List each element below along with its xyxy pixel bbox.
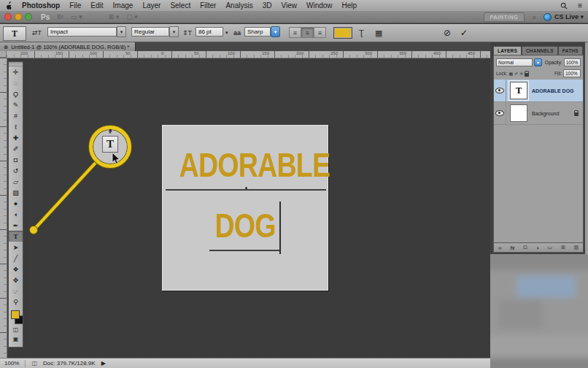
brush-tool[interactable]: ✐: [9, 143, 23, 154]
font-style-field[interactable]: Regular: [131, 27, 169, 37]
layer-thumbnail[interactable]: [510, 104, 527, 122]
layer-name[interactable]: Background: [532, 111, 559, 116]
font-family-field[interactable]: Impact: [47, 27, 117, 37]
crop-tool[interactable]: #: [9, 110, 23, 121]
path-selection-tool[interactable]: ➤: [9, 242, 23, 253]
bridge-icon[interactable]: Br: [57, 13, 63, 20]
menu-3d[interactable]: 3D: [263, 1, 272, 9]
layer-thumbnail[interactable]: T: [510, 82, 527, 99]
apple-icon[interactable]: [6, 1, 12, 9]
zoom-level-field[interactable]: 100%: [4, 360, 19, 367]
blur-tool[interactable]: ●: [9, 198, 23, 209]
adjustment-layer-icon[interactable]: ◑: [536, 245, 539, 250]
menu-filter[interactable]: Filter: [200, 1, 216, 9]
3d-rotate-tool[interactable]: ❖: [9, 264, 23, 275]
menu-file[interactable]: File: [69, 1, 81, 9]
font-family-dropdown-icon[interactable]: ▾: [117, 26, 126, 37]
history-brush-tool[interactable]: ↺: [9, 165, 23, 176]
cancel-edits-button[interactable]: ⊘: [444, 28, 451, 38]
menu-layer[interactable]: Layer: [142, 1, 160, 9]
zoom-window-button[interactable]: [25, 13, 32, 20]
screen-mode-icon[interactable]: ▢ ▾: [126, 13, 138, 20]
line-tool[interactable]: ╱: [9, 253, 23, 264]
lasso-tool[interactable]: Ϙ: [9, 88, 23, 99]
eyedropper-tool[interactable]: ℓ: [9, 121, 23, 132]
quick-mask-icon[interactable]: ◫: [9, 326, 23, 333]
warp-text-icon[interactable]: Ʈ: [359, 28, 364, 37]
eraser-tool[interactable]: ▱: [9, 176, 23, 187]
tab-channels[interactable]: CHANNELS: [522, 46, 558, 55]
text-orientation-icon[interactable]: ⇄T: [32, 29, 42, 37]
layer-row-background[interactable]: Background: [494, 102, 583, 125]
tab-layers[interactable]: LAYERS: [493, 46, 522, 55]
new-layer-icon[interactable]: ⊞: [561, 245, 565, 250]
anti-alias-field[interactable]: Sharp: [244, 27, 271, 37]
gradient-tool[interactable]: ▨: [9, 187, 23, 198]
foreground-color-swatch[interactable]: [11, 310, 20, 319]
menu-analysis[interactable]: Analysis: [225, 1, 252, 9]
type-tool[interactable]: T: [9, 231, 23, 242]
close-document-icon[interactable]: ⊗: [4, 44, 8, 50]
healing-brush-tool[interactable]: ✚: [9, 132, 23, 143]
add-layer-mask-icon[interactable]: ⊡: [523, 245, 527, 250]
align-right-button[interactable]: ≡: [314, 27, 326, 38]
arrange-documents-icon[interactable]: ⊞ ▾: [109, 13, 120, 20]
lock-transparency-icon[interactable]: ▦: [509, 71, 514, 76]
move-tool[interactable]: ✛: [9, 66, 23, 77]
delete-layer-icon[interactable]: ▥: [573, 245, 579, 250]
canvas[interactable]: ADORABLE DOG: [162, 125, 328, 291]
new-group-icon[interactable]: ▭: [548, 245, 553, 250]
clone-stamp-tool[interactable]: ◘: [9, 154, 23, 165]
cs-live-button[interactable]: CS Live ▾: [543, 13, 584, 21]
menu-select[interactable]: Select: [170, 1, 190, 9]
lock-position-icon[interactable]: ✛: [519, 71, 523, 76]
anti-alias-dropdown-icon[interactable]: ▾: [271, 26, 280, 37]
tab-paths[interactable]: PATHS: [558, 46, 583, 55]
visibility-toggle[interactable]: [494, 102, 506, 124]
menu-edit[interactable]: Edit: [90, 1, 103, 9]
text-color-swatch[interactable]: [333, 27, 352, 39]
layer-style-icon[interactable]: fx: [511, 245, 515, 250]
lock-all-icon[interactable]: [525, 73, 529, 77]
history-brush-icon: ↺: [13, 167, 19, 175]
screen-mode-toggle-icon[interactable]: ▣: [9, 336, 23, 342]
blend-mode-dropdown-icon[interactable]: ▾: [534, 58, 542, 66]
close-window-button[interactable]: [4, 13, 12, 20]
minimize-window-button[interactable]: [15, 13, 22, 20]
align-center-button[interactable]: ≡: [301, 27, 314, 38]
workspace-painting-button[interactable]: PAINTING: [484, 12, 525, 22]
toggle-panels-icon[interactable]: ▦: [375, 28, 382, 38]
quick-selection-tool[interactable]: ✎: [9, 99, 23, 110]
3d-orbit-tool[interactable]: ✥: [9, 275, 23, 285]
link-layers-icon[interactable]: ∞: [498, 245, 502, 250]
lock-pixels-icon[interactable]: ✐: [514, 71, 518, 76]
pen-tool[interactable]: ✒: [9, 220, 23, 231]
control-center-icon[interactable]: ≡: [578, 1, 582, 9]
visibility-toggle[interactable]: [494, 80, 506, 101]
fill-field[interactable]: 100%: [563, 69, 581, 77]
blend-mode-select[interactable]: Normal: [496, 58, 533, 66]
tool-preset-picker[interactable]: T: [3, 26, 26, 41]
layer-name[interactable]: ADORABLE DOG: [532, 88, 574, 93]
layer-row-adorable-dog[interactable]: T ADORABLE DOG: [494, 80, 583, 102]
font-size-dropdown-icon[interactable]: ▾: [225, 30, 228, 36]
dodge-tool[interactable]: ◖: [9, 209, 23, 220]
opacity-field[interactable]: 100%: [564, 58, 581, 66]
hand-tool[interactable]: ☞: [9, 285, 23, 296]
zoom-tool[interactable]: ⚲: [9, 296, 23, 307]
search-icon[interactable]: [560, 2, 568, 9]
commit-edits-button[interactable]: ✓: [460, 28, 468, 38]
font-style-dropdown-icon[interactable]: ▾: [169, 26, 179, 37]
menu-window[interactable]: Window: [306, 1, 333, 9]
workspace-overflow-chevrons[interactable]: »: [532, 13, 536, 21]
align-left-button[interactable]: ≡: [289, 27, 301, 38]
menu-view[interactable]: View: [281, 1, 297, 9]
font-size-field[interactable]: 86 pt: [196, 27, 223, 37]
menu-photoshop[interactable]: Photoshop: [22, 1, 60, 9]
menu-image[interactable]: Image: [113, 1, 134, 9]
status-options-arrow[interactable]: ▶: [101, 360, 106, 367]
view-extras-icon[interactable]: ▭ ▾: [71, 13, 82, 20]
menu-help[interactable]: Help: [342, 1, 357, 9]
document-tab[interactable]: ⊗ Untitled-1 @ 100% (ADORABLE DOG, RGB/8…: [0, 42, 136, 51]
marquee-tool[interactable]: ◌: [9, 77, 23, 88]
